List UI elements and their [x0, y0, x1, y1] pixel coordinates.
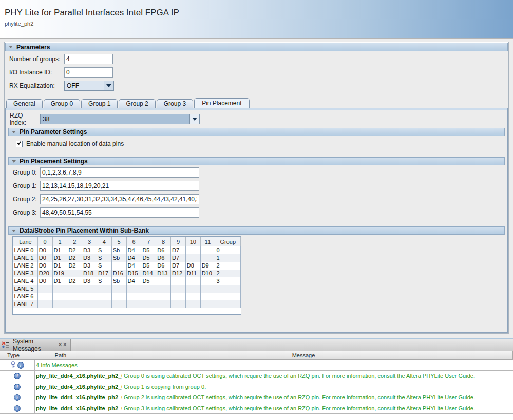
lane-table-section-header[interactable]: Data/Strobe Pin Placement Within Sub-Ban… [8, 226, 505, 235]
lane-cell[interactable] [185, 300, 200, 308]
lane-cell[interactable]: D3 [82, 277, 97, 285]
lane-cell[interactable]: 1 [215, 254, 241, 262]
lane-cell[interactable]: D19 [52, 270, 67, 277]
lane-cell[interactable]: D0 [37, 246, 52, 254]
lane-cell[interactable] [185, 277, 200, 285]
lane-cell[interactable]: D4 [126, 262, 141, 270]
parameters-section-header[interactable]: Parameters [5, 43, 508, 51]
lane-cell[interactable] [185, 254, 200, 262]
lane-cell[interactable] [156, 300, 171, 308]
tab-pin-placement[interactable]: Pin Placement [194, 98, 249, 108]
lane-cell[interactable] [97, 285, 111, 293]
lane-cell[interactable]: D5 [141, 254, 156, 262]
lane-cell[interactable]: D1 [52, 246, 67, 254]
lane-cell[interactable] [171, 285, 186, 293]
lane-cell[interactable] [185, 285, 200, 293]
group-1-input[interactable] [40, 181, 199, 191]
system-messages-tab[interactable]: System Messages ✕✕ [0, 339, 71, 351]
lane-cell[interactable]: D8 [185, 262, 200, 270]
lane-cell[interactable]: D7 [171, 246, 186, 254]
enable-manual-location-checkbox[interactable] [16, 141, 23, 147]
message-row[interactable]: i phy_lite_ddr4_x16.phylite_ph2_0 Group … [0, 403, 513, 414]
lane-cell[interactable] [200, 300, 215, 308]
lane-cell[interactable] [67, 293, 82, 300]
lane-cell[interactable]: D6 [156, 262, 171, 270]
lane-cell[interactable]: D2 [67, 262, 82, 270]
lane-cell[interactable] [200, 277, 215, 285]
lane-cell[interactable] [111, 300, 126, 308]
lane-cell[interactable]: D4 [126, 254, 141, 262]
lane-cell[interactable] [67, 285, 82, 293]
lane-cell[interactable]: D0 [37, 277, 52, 285]
lane-cell[interactable] [200, 285, 215, 293]
lane-cell[interactable] [52, 285, 67, 293]
lane-cell[interactable]: D6 [156, 246, 171, 254]
lane-cell[interactable]: D1 [52, 277, 67, 285]
lane-cell[interactable]: D9 [200, 262, 215, 270]
number-of-groups-input[interactable] [64, 54, 113, 64]
lane-cell[interactable] [52, 293, 67, 300]
lane-cell[interactable]: D5 [141, 277, 156, 285]
lane-cell[interactable]: D17 [97, 270, 111, 277]
lane-cell[interactable] [200, 293, 215, 300]
lane-cell[interactable] [215, 293, 241, 300]
lane-cell[interactable]: D7 [171, 254, 186, 262]
message-row[interactable]: i phy_lite_ddr4_x16.phylite_ph2_0 Group … [0, 381, 513, 392]
lane-cell[interactable]: D0 [37, 262, 52, 270]
lane-cell[interactable]: Sb [111, 246, 126, 254]
lane-cell[interactable]: S [97, 262, 111, 270]
lane-cell[interactable] [52, 300, 67, 308]
lane-cell[interactable]: D2 [67, 277, 82, 285]
lane-cell[interactable]: D5 [141, 246, 156, 254]
lane-cell[interactable] [82, 300, 97, 308]
lane-cell[interactable] [171, 277, 186, 285]
lane-cell[interactable]: D10 [200, 270, 215, 277]
lane-cell[interactable]: Sb [111, 254, 126, 262]
tab-group-3[interactable]: Group 3 [157, 99, 193, 108]
lane-cell[interactable]: D0 [37, 254, 52, 262]
lane-cell[interactable] [200, 254, 215, 262]
lane-cell[interactable]: S [97, 277, 111, 285]
lane-cell[interactable] [185, 246, 200, 254]
lane-cell[interactable]: 0 [215, 246, 241, 254]
lane-cell[interactable]: D18 [82, 270, 97, 277]
lane-cell[interactable] [67, 270, 82, 277]
lane-cell[interactable]: D11 [185, 270, 200, 277]
lane-cell[interactable]: D13 [156, 270, 171, 277]
tab-group-0[interactable]: Group 0 [44, 99, 80, 108]
group-2-input[interactable] [40, 194, 199, 204]
lane-cell[interactable]: D3 [82, 246, 97, 254]
lane-cell[interactable] [156, 293, 171, 300]
lane-cell[interactable]: D4 [126, 277, 141, 285]
lane-cell[interactable] [141, 300, 156, 308]
lane-cell[interactable]: D3 [82, 262, 97, 270]
lane-cell[interactable] [200, 246, 215, 254]
lane-cell[interactable] [126, 293, 141, 300]
lane-cell[interactable]: D1 [52, 262, 67, 270]
message-row[interactable]: i phy_lite_ddr4_x16.phylite_ph2_0 Group … [0, 371, 513, 381]
lane-cell[interactable]: 2 [215, 270, 241, 277]
lane-cell[interactable] [37, 293, 52, 300]
rx-equalization-select[interactable]: OFF [64, 81, 114, 91]
lane-cell[interactable]: D4 [126, 246, 141, 254]
lane-cell[interactable]: D15 [126, 270, 141, 277]
rzq-index-select[interactable]: 38 [40, 114, 200, 124]
lane-cell[interactable]: 3 [215, 277, 241, 285]
lane-cell[interactable]: D6 [156, 254, 171, 262]
lane-cell[interactable] [126, 285, 141, 293]
lane-cell[interactable] [141, 293, 156, 300]
lane-cell[interactable] [156, 285, 171, 293]
group-0-input[interactable] [40, 167, 199, 178]
lane-cell[interactable] [156, 277, 171, 285]
lane-cell[interactable]: D7 [171, 262, 186, 270]
message-summary-row[interactable]: i 4 Info Messages [0, 360, 513, 371]
lane-cell[interactable]: D20 [37, 270, 52, 277]
pin-placement-settings-header[interactable]: Pin Placement Settings [8, 157, 505, 165]
pin-parameter-settings-header[interactable]: Pin Parameter Settings [8, 128, 505, 136]
lane-cell[interactable] [82, 293, 97, 300]
tab-group-2[interactable]: Group 2 [119, 99, 155, 108]
lane-cell[interactable]: D12 [171, 270, 186, 277]
lane-cell[interactable] [215, 285, 241, 293]
tab-general[interactable]: General [6, 99, 43, 108]
lane-cell[interactable]: S [97, 246, 111, 254]
